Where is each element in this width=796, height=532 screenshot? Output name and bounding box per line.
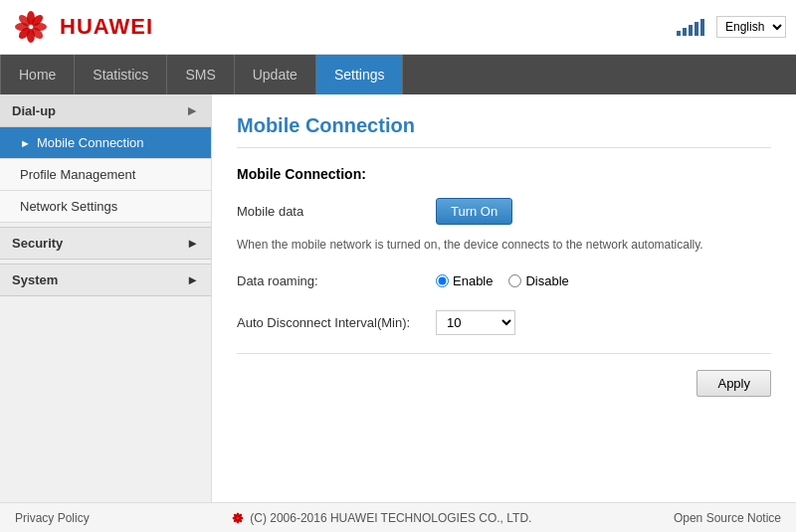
mobile-data-label: Mobile data [237,204,436,219]
sidebar-item-mobile-connection[interactable]: ► Mobile Connection [0,127,211,159]
data-roaming-row: Data roaming: Enable Disable [237,266,771,295]
data-roaming-control: Enable Disable [436,273,771,288]
brand-name: HUAWEI [60,14,153,40]
content-area: Mobile Connection Mobile Connection: Mob… [212,94,796,532]
mobile-data-row: Mobile data Turn On [237,196,771,226]
section-divider [237,353,771,354]
nav-bar: Home Statistics SMS Update Settings [0,55,796,94]
sidebar-item-mobile-connection-label: Mobile Connection [37,135,144,150]
section-title: Mobile Connection: [237,166,771,182]
nav-item-home[interactable]: Home [0,55,75,94]
footer: Privacy Policy (C) 2006-2016 HUAWEI TECH… [0,502,796,532]
signal-strength-icon [677,18,704,36]
roaming-enable-option[interactable]: Enable [436,273,493,288]
open-source-link[interactable]: Open Source Notice [674,511,781,525]
footer-copyright: (C) 2006-2016 HUAWEI TECHNOLOGIES CO., L… [250,511,531,525]
data-roaming-label: Data roaming: [237,273,436,288]
apply-button[interactable]: Apply [696,370,771,397]
sidebar-section-security-label: Security [12,236,63,251]
roaming-disable-option[interactable]: Disable [508,273,568,288]
sidebar-item-mobile-connection-arrow: ► [20,137,31,149]
sidebar-item-network-settings[interactable]: Network Settings [0,191,211,223]
main-layout: Dial-up ► ► Mobile Connection Profile Ma… [0,94,796,532]
language-select[interactable]: English 中文 [716,16,786,38]
apply-row: Apply [237,370,771,397]
page-title: Mobile Connection [237,114,771,148]
roaming-disable-radio[interactable] [508,274,521,287]
roaming-enable-radio[interactable] [436,274,449,287]
top-bar: HUAWEI English 中文 [0,0,796,55]
mobile-data-control: Turn On [436,198,771,225]
sidebar: Dial-up ► ► Mobile Connection Profile Ma… [0,94,212,532]
nav-item-sms[interactable]: SMS [167,55,234,94]
auto-disconnect-select[interactable]: 10 20 30 Never [436,310,515,335]
sidebar-section-security-arrow: ► [186,236,199,251]
nav-item-update[interactable]: Update [235,55,316,94]
sidebar-section-system[interactable]: System ► [0,264,211,296]
sidebar-item-network-settings-label: Network Settings [20,199,117,214]
auto-disconnect-control: 10 20 30 Never [436,310,771,335]
auto-disconnect-row: Auto Disconnect Interval(Min): 10 20 30 … [237,307,771,337]
sidebar-section-system-label: System [12,272,58,287]
privacy-policy-link[interactable]: Privacy Policy [15,511,90,525]
huawei-logo-icon [10,6,52,48]
logo-area: HUAWEI [10,6,153,48]
sidebar-item-profile-management[interactable]: Profile Management [0,159,211,191]
top-right-area: English 中文 [677,16,786,38]
sidebar-item-profile-management-label: Profile Management [20,167,135,182]
sidebar-section-dialup-arrow: ► [185,102,199,118]
sidebar-section-dialup-label: Dial-up [12,103,56,118]
footer-logo-icon [231,511,245,525]
nav-item-statistics[interactable]: Statistics [75,55,167,94]
nav-item-settings[interactable]: Settings [316,55,404,94]
turn-on-button[interactable]: Turn On [436,198,512,225]
mobile-connection-note: When the mobile network is turned on, th… [237,238,771,252]
sidebar-section-dialup[interactable]: Dial-up ► [0,94,211,127]
sidebar-section-system-arrow: ► [186,272,199,287]
auto-disconnect-label: Auto Disconnect Interval(Min): [237,315,436,330]
sidebar-section-security[interactable]: Security ► [0,227,211,260]
roaming-enable-label: Enable [453,273,493,288]
roaming-disable-label: Disable [525,273,568,288]
footer-center: (C) 2006-2016 HUAWEI TECHNOLOGIES CO., L… [231,511,531,525]
